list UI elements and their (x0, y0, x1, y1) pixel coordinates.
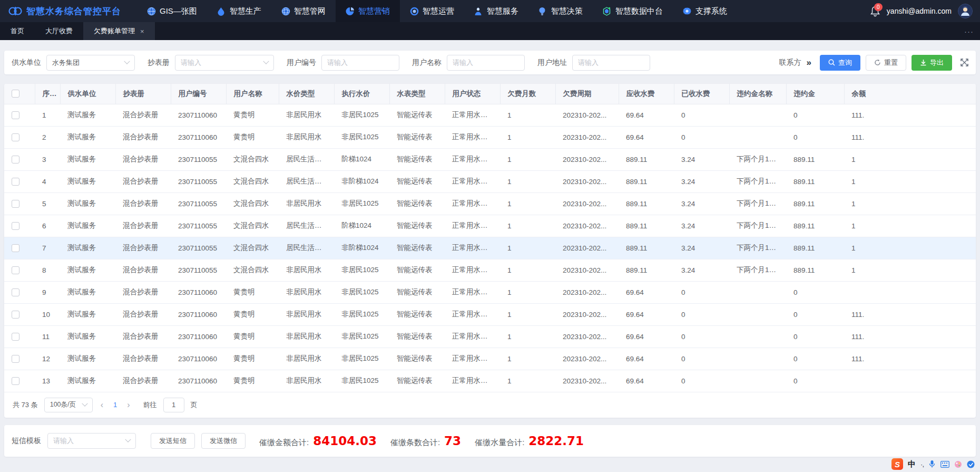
row-checkbox[interactable] (12, 266, 19, 274)
row-checkbox[interactable] (12, 178, 19, 186)
tab-overflow-icon[interactable]: ··· (964, 22, 974, 40)
sogou-ime-icon[interactable]: S (891, 458, 903, 470)
user-no-input[interactable] (327, 59, 394, 66)
supply-unit-select[interactable]: 水务集团 (46, 55, 135, 71)
table-cell: 阶梯1024 (334, 148, 389, 170)
column-header-水表类型: 水表类型 (389, 84, 445, 104)
table-cell: 2307110060 (171, 325, 226, 348)
user-email[interactable]: yanshi@admin.com (887, 7, 952, 15)
meter-book-select[interactable]: 请输入 (175, 55, 274, 71)
send-sms-button[interactable]: 发送短信 (151, 433, 195, 449)
column-header-已收水费: 已收水费 (674, 84, 729, 104)
nav-item-label: GIS—张图 (160, 6, 197, 16)
table-cell: 889.11 (786, 192, 844, 215)
row-checkbox[interactable] (12, 288, 19, 296)
fullscreen-icon[interactable] (961, 59, 968, 66)
nav-item-智慧管网[interactable]: 智慧管网 (271, 0, 336, 22)
table-cell (729, 348, 786, 370)
next-page-icon[interactable]: › (125, 400, 131, 410)
table-cell: 测试服务 (60, 325, 115, 348)
close-icon[interactable]: × (140, 27, 144, 35)
table-cell: 黄贵明 (226, 104, 279, 126)
row-checkbox[interactable] (12, 111, 19, 119)
select-all-checkbox[interactable] (12, 90, 19, 98)
table-cell: 非居民用水 (279, 370, 334, 392)
nav-item-智慧决策[interactable]: 智慧决策 (528, 0, 593, 22)
sms-template-select[interactable]: 请输入 (47, 433, 136, 449)
expand-filters-icon[interactable]: » (807, 57, 811, 68)
column-header-欠费周期: 欠费周期 (555, 84, 619, 104)
nav-item-支撑系统[interactable]: 支撑系统 (673, 0, 737, 22)
row-checkbox[interactable] (12, 222, 19, 230)
row-checkbox[interactable] (12, 333, 19, 341)
collection-totals: 催缴金额合计:84104.03催缴条数合计:73催缴水量合计:2822.71 (259, 434, 584, 448)
user-avatar[interactable] (958, 4, 973, 18)
table-cell: 69.64 (619, 348, 674, 370)
current-page[interactable]: 1 (111, 401, 119, 409)
column-header-用户状态: 用户状态 (445, 84, 500, 104)
nav-item-智慧生产[interactable]: 智慧生产 (207, 0, 271, 22)
nav-item-智慧运营[interactable]: 智慧运营 (400, 0, 464, 22)
table-cell: 202310-202... (555, 348, 619, 370)
table-cell: 2307110055 (171, 215, 226, 237)
table-cell: 混合抄表册 (115, 325, 171, 348)
notification-bell-icon[interactable]: 0 (870, 5, 880, 17)
table-cell: 混合抄表册 (115, 148, 171, 170)
send-wechat-button[interactable]: 发送微信 (201, 433, 246, 449)
row-checkbox[interactable] (12, 200, 19, 208)
tab-欠费账单管理[interactable]: 欠费账单管理× (83, 22, 155, 40)
table-cell: 正常用水用户 (445, 259, 500, 281)
row-checkbox[interactable] (12, 377, 19, 385)
skin-palette-icon[interactable] (954, 460, 962, 468)
user-name-input[interactable] (453, 59, 519, 66)
table-cell: 居民生活用水 (279, 215, 334, 237)
tab-首页[interactable]: 首页 (0, 22, 35, 40)
ime-mode-indicator[interactable]: 中 (908, 459, 916, 469)
goto-page-input[interactable] (163, 398, 184, 412)
table-cell: 2307110060 (171, 370, 226, 392)
table-cell: 202310-202... (555, 148, 619, 170)
row-checkbox[interactable] (12, 244, 19, 252)
row-checkbox[interactable] (12, 133, 19, 141)
refresh-icon (874, 59, 881, 66)
notification-badge: 0 (874, 3, 883, 11)
table-cell (729, 303, 786, 325)
nav-item-GIS—张图[interactable]: GIS—张图 (137, 0, 207, 22)
row-checkbox[interactable] (12, 355, 19, 363)
prev-page-icon[interactable]: ‹ (99, 400, 105, 410)
nav-item-智慧营销[interactable]: 智慧营销 (336, 0, 400, 22)
row-checkbox[interactable] (12, 156, 19, 163)
tab-label: 欠费账单管理 (94, 26, 135, 36)
reset-button[interactable]: 重置 (866, 55, 906, 71)
droplet-icon (217, 7, 226, 16)
row-checkbox[interactable] (12, 311, 19, 319)
microphone-icon[interactable] (928, 460, 936, 468)
table-scroll-area[interactable]: 序号供水单位抄表册用户编号用户名称水价类型执行水价水表类型用户状态欠费月数欠费周… (4, 84, 976, 392)
export-button[interactable]: 导出 (912, 55, 952, 71)
column-header-水价类型: 水价类型 (279, 84, 334, 104)
table-cell (729, 281, 786, 303)
nav-item-智慧数据中台[interactable]: 智慧数据中台 (593, 0, 673, 22)
table-cell: 测试服务 (60, 259, 115, 281)
table-cell: 202310-202... (555, 215, 619, 237)
page-size-select[interactable]: 100条/页 (44, 398, 93, 412)
table-cell: 2307110060 (171, 281, 226, 303)
ime-punctuation-icon[interactable]: ·, (920, 460, 924, 468)
user-addr-input[interactable] (578, 59, 644, 66)
tab-大厅收费[interactable]: 大厅收费 (35, 22, 83, 40)
table-cell: 3.24 (674, 259, 729, 281)
table-cell: 非居民1025 (334, 370, 389, 392)
nav-item-智慧服务[interactable]: 智慧服务 (464, 0, 528, 22)
nav-item-label: 智慧服务 (487, 6, 518, 16)
table-cell: 测试服务 (60, 370, 115, 392)
toolbox-icon[interactable] (967, 460, 975, 468)
column-header-用户名称: 用户名称 (226, 84, 279, 104)
table-cell: 69.64 (619, 370, 674, 392)
search-button[interactable]: 查询 (820, 55, 860, 71)
keyboard-icon[interactable] (940, 461, 949, 468)
table-cell: 智能远传表 (389, 104, 445, 126)
table-cell: 111. (844, 325, 976, 348)
table-cell: 下两个月12... (729, 192, 786, 215)
table-cell: 智能远传表 (389, 325, 445, 348)
column-header-违约金: 违约金 (786, 84, 844, 104)
